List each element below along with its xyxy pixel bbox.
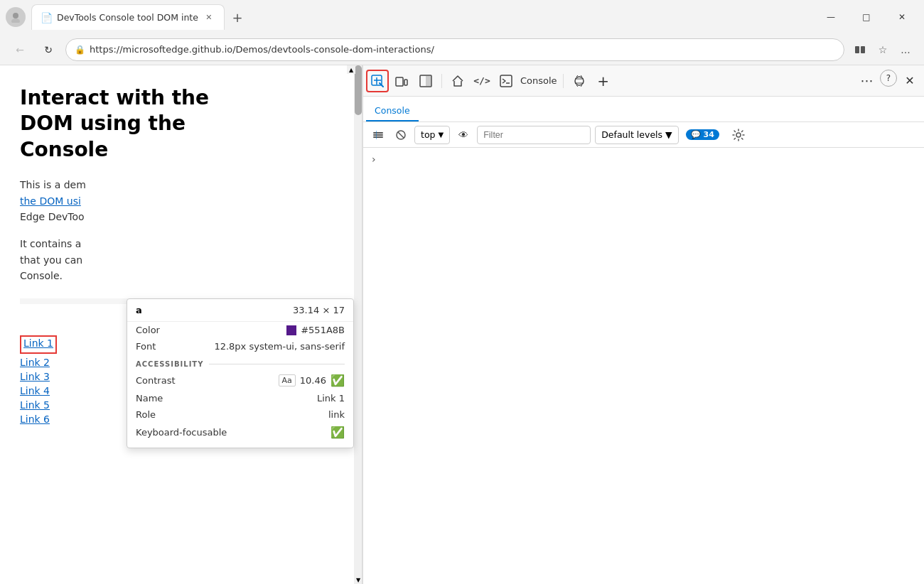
maximize-button[interactable]: □ <box>850 6 883 28</box>
contrast-score: 10.46 <box>300 375 326 386</box>
tooltip-header: a 33.14 × 17 <box>127 299 353 322</box>
close-devtools-button[interactable]: ✕ <box>898 70 921 92</box>
contrast-preview: Aa <box>279 374 296 386</box>
lock-icon: 🔒 <box>75 45 85 55</box>
clear-console-button[interactable] <box>392 126 410 144</box>
filter-input[interactable] <box>477 126 591 144</box>
desc-text-2: Edge DevToo <box>20 211 85 222</box>
tab-title: DevTools Console tool DOM inte <box>57 12 198 23</box>
color-value: #551A8B <box>286 325 345 335</box>
more-tools-button[interactable]: ⋯ <box>856 70 879 92</box>
svg-point-1 <box>11 18 20 23</box>
tab-close-button[interactable]: ✕ <box>203 11 215 24</box>
tooltip-contrast-row: Contrast Aa 10.46 ✅ <box>127 371 353 390</box>
accessibility-line <box>209 364 345 364</box>
color-label: Color <box>136 325 160 335</box>
tab-page-icon: 📄 <box>41 12 53 23</box>
desc2-text-3: Console. <box>20 270 63 281</box>
url-text: https://microsoftedge.github.io/Demos/de… <box>90 44 835 55</box>
browser-chrome: 📄 DevTools Console tool DOM inte ✕ + — □… <box>0 0 924 65</box>
refresh-button[interactable]: ↻ <box>37 38 60 61</box>
console-prompt: › <box>372 153 915 165</box>
svg-rect-9 <box>500 75 512 87</box>
inspect-button[interactable] <box>366 70 389 92</box>
console-settings-button[interactable] <box>729 126 748 144</box>
toggle-panel-button[interactable] <box>414 70 437 92</box>
svg-rect-18 <box>373 132 383 134</box>
profile-icon[interactable] <box>6 7 26 27</box>
toolbar-separator-1 <box>441 74 442 88</box>
accessibility-divider: ACCESSIBILITY <box>127 355 353 371</box>
svg-rect-6 <box>404 80 407 85</box>
context-selector[interactable]: top ▼ <box>414 126 450 144</box>
tooltip-color-row: Color #551A8B <box>127 322 353 338</box>
webpage-content: Interact with theDOM using theConsole Th… <box>0 65 362 335</box>
default-levels-selector[interactable]: Default levels ▼ <box>595 126 679 144</box>
link-1[interactable]: Link 1 <box>23 337 53 349</box>
devtools-panel: </> Console <box>362 65 924 584</box>
devtools-top-toolbar: </> Console <box>363 65 924 97</box>
name-label: Name <box>136 393 163 404</box>
url-bar[interactable]: 🔒 https://microsoftedge.github.io/Demos/… <box>65 38 844 61</box>
page-title: Interact with theDOM using theConsole <box>20 85 342 163</box>
toolbar-separator-2 <box>563 74 564 88</box>
source-code-button[interactable]: </> <box>471 70 493 92</box>
vertical-scrollbar[interactable] <box>354 65 362 584</box>
tooltip-name-row: Name Link 1 <box>127 390 353 406</box>
tooltip-font-row: Font 12.8px system-ui, sans-serif <box>127 338 353 355</box>
color-swatch <box>286 325 296 335</box>
accessibility-label: ACCESSIBILITY <box>136 360 203 368</box>
svg-rect-8 <box>426 76 431 86</box>
svg-rect-5 <box>396 77 403 86</box>
context-value: top <box>421 129 435 140</box>
svg-point-0 <box>13 13 18 18</box>
tooltip-tag: a <box>136 305 142 315</box>
favorites-button[interactable]: ☆ <box>873 40 893 60</box>
close-button[interactable]: ✕ <box>886 6 918 28</box>
name-value: Link 1 <box>317 393 345 404</box>
desc2-text-1: It contains a <box>20 238 81 249</box>
scroll-up-arrow[interactable]: ▲ <box>347 65 355 74</box>
more-button[interactable]: ... <box>896 40 915 60</box>
tab-console[interactable]: Console <box>366 101 419 121</box>
devtools-secondary-toolbar: top ▼ 👁 Default levels ▼ 💬 34 <box>363 122 924 148</box>
minimize-button[interactable]: — <box>815 6 847 28</box>
debug-button[interactable] <box>568 70 591 92</box>
new-tab-button[interactable]: + <box>227 7 247 27</box>
browser-tab[interactable]: 📄 DevTools Console tool DOM inte ✕ <box>31 4 225 30</box>
devtools-right-buttons: ⋯ ? ✕ <box>856 70 921 92</box>
default-levels-chevron: ▼ <box>665 129 672 140</box>
add-tool-button[interactable]: + <box>592 70 615 92</box>
desc-link[interactable]: the DOM usi <box>20 195 81 207</box>
window-controls: — □ ✕ <box>815 6 918 28</box>
page-description-2: It contains a that you can Console. <box>20 236 342 283</box>
role-label: Role <box>136 409 156 420</box>
svg-rect-2 <box>855 46 859 53</box>
context-chevron: ▼ <box>438 131 444 139</box>
svg-point-24 <box>736 133 741 137</box>
help-button[interactable]: ? <box>880 70 897 87</box>
prompt-chevron: › <box>372 153 376 165</box>
svg-point-11 <box>575 77 584 85</box>
font-value: 12.8px system-ui, sans-serif <box>214 341 345 352</box>
sidebar-toggle-button[interactable] <box>369 126 387 144</box>
home-button[interactable] <box>446 70 469 92</box>
message-badge: 💬 34 <box>686 129 719 140</box>
contrast-check-icon: ✅ <box>331 374 345 387</box>
element-tooltip: a 33.14 × 17 Color #551A8B Font 12.8px s… <box>127 298 354 448</box>
badge-icon: 💬 <box>691 130 701 139</box>
device-emulation-button[interactable] <box>390 70 413 92</box>
eye-button[interactable]: 👁 <box>454 126 473 144</box>
tooltip-keyboard-row: Keyboard-focusable ✅ <box>127 423 353 442</box>
color-hex: #551A8B <box>301 325 345 335</box>
scroll-down-arrow[interactable]: ▼ <box>354 575 362 584</box>
message-count: 💬 34 <box>686 129 719 140</box>
desc-text-1: This is a dem <box>20 179 86 190</box>
tooltip-size: 33.14 × 17 <box>293 305 345 315</box>
desc2-text-2: that you can <box>20 254 82 266</box>
contrast-label: Contrast <box>136 375 176 386</box>
back-button[interactable]: ← <box>9 38 31 61</box>
scrollbar-thumb <box>355 65 362 115</box>
read-view-button[interactable] <box>850 40 870 60</box>
title-bar: 📄 DevTools Console tool DOM inte ✕ + — □… <box>0 0 924 34</box>
